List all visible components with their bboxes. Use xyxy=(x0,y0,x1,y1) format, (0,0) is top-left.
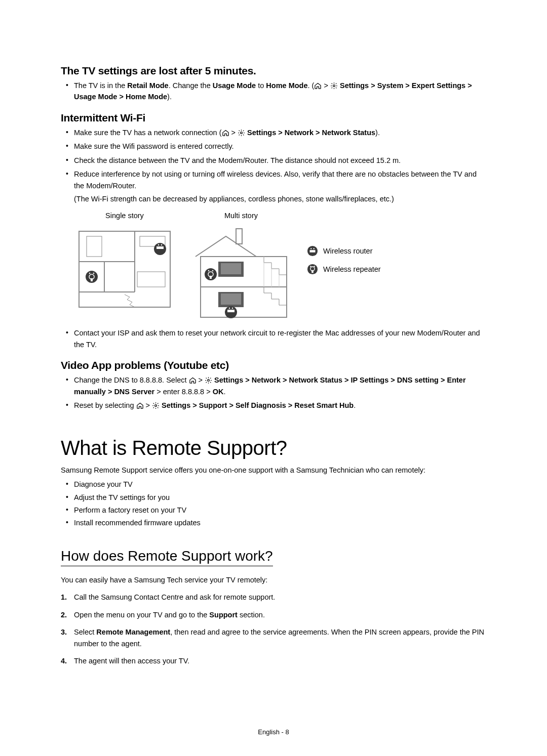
page-footer: English - 8 xyxy=(0,728,547,736)
text: Change the DNS to 8.8.8.8. Select xyxy=(74,376,189,384)
heading-intermittent-wifi: Intermittent Wi-Fi xyxy=(61,112,486,124)
steps-remote-support: Call the Samsung Contact Centre and ask … xyxy=(61,592,486,666)
list-item: Diagnose your TV xyxy=(61,479,486,490)
text-bold: Remote Management xyxy=(96,628,170,636)
svg-rect-28 xyxy=(210,276,212,279)
multi-story-house-icon xyxy=(190,226,292,322)
page: The TV settings are lost after 5 minutes… xyxy=(0,0,547,756)
home-icon xyxy=(136,402,144,409)
text: . xyxy=(223,388,225,396)
svg-point-45 xyxy=(155,405,157,407)
home-icon xyxy=(314,82,322,90)
step-item: The agent will then access your TV. xyxy=(61,655,486,666)
gear-icon xyxy=(152,402,160,409)
svg-rect-16 xyxy=(91,278,93,281)
text: Select xyxy=(74,628,96,636)
home-icon xyxy=(189,376,197,384)
how-remote-intro: You can easily have a Samsung Tech servi… xyxy=(61,574,486,585)
text: . xyxy=(354,401,356,409)
text: ). xyxy=(167,93,172,101)
svg-point-17 xyxy=(89,273,91,274)
svg-rect-25 xyxy=(221,293,241,305)
text: ). xyxy=(375,129,380,137)
svg-point-18 xyxy=(93,273,95,274)
text: . ( xyxy=(308,81,315,90)
list-wifi: Make sure the TV has a network connectio… xyxy=(61,127,486,350)
svg-point-33 xyxy=(229,308,230,309)
step-item: Call the Samsung Contact Centre and ask … xyxy=(61,592,486,603)
list-video-app: Change the DNS to 8.8.8.8. Select > Sett… xyxy=(61,374,486,411)
svg-point-43 xyxy=(314,266,315,267)
list-item: Adjust the TV settings for you xyxy=(61,492,486,503)
gear-icon xyxy=(205,376,212,384)
router-icon xyxy=(307,245,318,257)
heading-remote-support: What is Remote Support? xyxy=(61,437,486,459)
list-item: Contact your ISP and ask them to reset y… xyxy=(61,327,486,350)
repeater-icon xyxy=(307,264,318,275)
list-tv-settings: The TV is in the Retail Mode. Change the… xyxy=(61,80,486,103)
diagram-multi-story: Multi story xyxy=(190,210,292,322)
svg-point-29 xyxy=(208,270,210,272)
text: Make sure the TV has a network connectio… xyxy=(74,129,222,137)
svg-rect-32 xyxy=(227,310,235,312)
text-bold-path: Settings > Support > Self Diagnosis > Re… xyxy=(160,401,354,409)
list-item: Make sure the Wifi password is entered c… xyxy=(61,141,486,152)
heading-video-app: Video App problems (Youtube etc) xyxy=(61,359,486,371)
list-item: Perform a factory reset on your TV xyxy=(61,505,486,516)
legend-repeater: Wireless repeater xyxy=(307,264,381,275)
list-item: Make sure the TV has a network connectio… xyxy=(61,127,486,138)
svg-rect-36 xyxy=(310,250,316,253)
text: Reduce interference by not using or turn… xyxy=(74,170,477,189)
step-item: Select Remote Management, then read and … xyxy=(61,626,486,649)
text: Open the menu on your TV and go to the xyxy=(74,611,209,619)
diagram-label-single: Single story xyxy=(105,210,144,221)
text-bold: Home Mode xyxy=(266,81,307,90)
text-bold: Usage Mode xyxy=(213,81,256,90)
single-story-floorplan-icon xyxy=(74,226,175,312)
legend-router: Wireless router xyxy=(307,245,381,257)
diagram-legend: Wireless router Wireless repeater xyxy=(307,245,381,275)
gear-icon xyxy=(238,129,245,137)
text: > xyxy=(229,129,238,137)
list-item: Change the DNS to 8.8.8.8. Select > Sett… xyxy=(61,374,486,397)
text-bold: Support xyxy=(209,611,238,619)
svg-rect-7 xyxy=(87,236,102,257)
svg-point-13 xyxy=(161,244,163,246)
list-item: The TV is in the Retail Mode. Change the… xyxy=(61,80,486,103)
svg-point-44 xyxy=(208,380,210,382)
svg-rect-19 xyxy=(236,229,242,244)
text: > enter 8.8.8.8 > xyxy=(154,388,212,396)
list-item: Install recommended firmware updates xyxy=(61,517,486,528)
text: section. xyxy=(238,611,265,619)
text: . Change the xyxy=(169,81,213,90)
svg-point-42 xyxy=(310,266,311,267)
legend-repeater-label: Wireless repeater xyxy=(323,264,381,275)
svg-point-1 xyxy=(241,132,243,134)
list-item: Reduce interference by not using or turn… xyxy=(61,169,486,322)
text-bold-path: Settings > Network > Network Status xyxy=(245,129,375,137)
text-sub: (The Wi-Fi strength can be decreased by … xyxy=(74,193,486,204)
diagram-row: Single story xyxy=(74,210,486,322)
heading-tv-settings-lost: The TV settings are lost after 5 minutes… xyxy=(61,65,486,77)
svg-rect-9 xyxy=(137,272,165,287)
text-bold: OK xyxy=(213,388,224,396)
text: to xyxy=(256,81,266,90)
text: > xyxy=(144,401,152,409)
text: The TV is in the xyxy=(74,81,127,90)
diagram-single-story: Single story xyxy=(74,210,175,312)
text-bold: Retail Mode xyxy=(127,81,168,90)
svg-rect-23 xyxy=(221,263,241,274)
text: > xyxy=(322,81,330,90)
text: > xyxy=(197,376,205,384)
legend-router-label: Wireless router xyxy=(323,245,373,257)
svg-point-38 xyxy=(314,248,315,249)
svg-point-30 xyxy=(212,270,214,272)
svg-rect-41 xyxy=(311,270,314,273)
svg-rect-2 xyxy=(79,231,170,307)
step-item: Open the menu on your TV and go to the S… xyxy=(61,609,486,620)
svg-point-0 xyxy=(333,85,335,87)
svg-point-12 xyxy=(158,244,160,246)
svg-point-37 xyxy=(310,248,311,249)
svg-rect-11 xyxy=(157,246,164,249)
list-remote-support: Diagnose your TV Adjust the TV settings … xyxy=(61,479,486,529)
